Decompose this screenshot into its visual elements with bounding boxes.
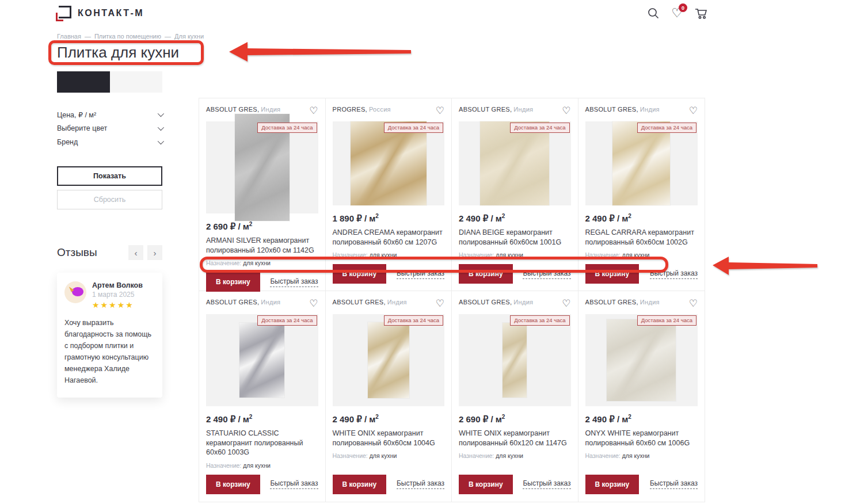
quick-order-link[interactable]: Быстрый заказ bbox=[650, 269, 698, 279]
product-card: ABSOLUT GRES,Индия ♡ Доставка за 24 часа… bbox=[452, 98, 578, 291]
reset-button[interactable]: Сбросить bbox=[57, 190, 162, 209]
product-brand: ABSOLUT GRES,Индия bbox=[459, 299, 533, 306]
product-image-link[interactable]: Доставка за 24 часа bbox=[459, 314, 571, 406]
product-name[interactable]: ANDREA CREAMA керамогранит полированный … bbox=[333, 228, 445, 247]
favorite-heart-icon[interactable]: ♡ bbox=[436, 299, 444, 308]
quick-order-link[interactable]: Быстрый заказ bbox=[523, 479, 570, 489]
product-image-link[interactable]: Доставка за 24 часа bbox=[206, 314, 318, 406]
product-purpose: Назначение: для кухни bbox=[206, 259, 318, 266]
review-date: 1 марта 2025 bbox=[92, 291, 143, 299]
add-to-cart-button[interactable]: В корзину bbox=[333, 475, 387, 494]
tile-image bbox=[239, 323, 284, 398]
product-image-link[interactable]: Доставка за 24 часа bbox=[333, 121, 445, 205]
reviews-next-button[interactable]: › bbox=[147, 245, 162, 260]
product-card: ABSOLUT GRES,Индия ♡ Доставка за 24 часа… bbox=[578, 98, 705, 291]
product-name[interactable]: REGAL CARRARA керамогранит полированный … bbox=[585, 228, 698, 247]
product-purpose: Назначение: для кухни bbox=[585, 251, 698, 258]
product-purpose: Назначение: для кухни bbox=[333, 251, 445, 258]
logo[interactable]: КОНТАКТ-М bbox=[56, 6, 144, 21]
tile-image bbox=[368, 322, 409, 398]
product-image-link[interactable]: Доставка за 24 часа bbox=[459, 121, 571, 205]
product-price: 2 690 ₽ / м2 bbox=[459, 414, 571, 425]
product-card: ABSOLUT GRES,Индия ♡ Доставка за 24 часа… bbox=[452, 291, 578, 502]
delivery-badge: Доставка за 24 часа bbox=[384, 123, 443, 133]
product-card: PROGRES,Россия ♡ Доставка за 24 часа 1 8… bbox=[326, 98, 452, 291]
product-purpose: Назначение: для кухни bbox=[459, 251, 571, 258]
product-image-link[interactable]: Доставка за 24 часа bbox=[585, 314, 698, 406]
quick-order-link[interactable]: Быстрый заказ bbox=[650, 479, 698, 489]
review-author: Артем Волков bbox=[92, 281, 143, 289]
favorite-heart-icon[interactable]: ♡ bbox=[309, 106, 318, 116]
chevron-down-icon bbox=[158, 124, 164, 131]
product-brand: ABSOLUT GRES,Индия bbox=[585, 106, 660, 113]
add-to-cart-button[interactable]: В корзину bbox=[333, 264, 387, 284]
tile-image bbox=[503, 323, 527, 398]
product-purpose: Назначение: для кухни bbox=[206, 462, 318, 469]
quick-order-link[interactable]: Быстрый заказ bbox=[397, 479, 444, 489]
product-name[interactable]: ARMANI SILVER керамогранит полированный … bbox=[206, 236, 318, 255]
annotation-arrow-right bbox=[711, 254, 817, 277]
filter-row[interactable]: Бренд bbox=[57, 135, 162, 149]
breadcrumb-separator: — bbox=[85, 33, 91, 40]
sidebar-tab[interactable] bbox=[110, 71, 163, 93]
rating-stars: ★★★★★ bbox=[92, 300, 143, 310]
favorites-icon[interactable]: ♡ 0 bbox=[671, 7, 683, 20]
product-image-link[interactable]: Доставка за 24 часа bbox=[206, 121, 318, 213]
breadcrumb-item[interactable]: Главная — bbox=[57, 33, 91, 40]
favorite-heart-icon[interactable]: ♡ bbox=[436, 106, 444, 116]
product-image-link[interactable]: Доставка за 24 часа bbox=[333, 314, 445, 406]
favorite-heart-icon[interactable]: ♡ bbox=[309, 299, 318, 308]
product-name[interactable]: WHITE ONIX керамогранит полированный 60x… bbox=[459, 429, 571, 448]
search-icon[interactable] bbox=[647, 7, 660, 20]
breadcrumb-item[interactable]: Для кухни — bbox=[174, 33, 204, 40]
page-title: Плитка для кухни bbox=[57, 44, 179, 62]
annotation-arrow-left bbox=[228, 41, 411, 63]
product-name[interactable]: WHITE ONIX керамогранит полированный 60x… bbox=[333, 429, 445, 448]
product-price: 2 690 ₽ / м2 bbox=[206, 221, 318, 232]
favorite-heart-icon[interactable]: ♡ bbox=[562, 106, 570, 116]
product-price: 2 490 ₽ / м2 bbox=[585, 414, 698, 425]
tile-image bbox=[480, 121, 549, 205]
review-text: Хочу выразить благодарность за помощь с … bbox=[64, 317, 155, 386]
product-price: 1 890 ₽ / м2 bbox=[333, 213, 445, 224]
product-brand: PROGRES,Россия bbox=[333, 106, 391, 113]
logo-icon bbox=[56, 6, 71, 21]
sidebar: Цена, ₽ / м² Выберите цвет Бренд Показат… bbox=[57, 71, 162, 398]
product-card: ABSOLUT GRES,Индия ♡ Доставка за 24 часа… bbox=[578, 291, 705, 502]
sidebar-tab[interactable] bbox=[57, 71, 110, 93]
add-to-cart-button[interactable]: В корзину bbox=[206, 272, 260, 292]
product-purpose: Назначение: для кухни bbox=[585, 452, 698, 459]
product-grid: ABSOLUT GRES,Индия ♡ Доставка за 24 часа… bbox=[199, 98, 705, 502]
product-brand: ABSOLUT GRES,Индия bbox=[333, 299, 407, 306]
delivery-badge: Доставка за 24 часа bbox=[257, 123, 317, 133]
breadcrumb: Главная — Плитка по помещению — Для кухн… bbox=[57, 33, 204, 40]
product-image-link[interactable]: Доставка за 24 часа bbox=[585, 121, 698, 205]
review-card: Артем Волков 1 марта 2025 ★★★★★ Хочу выр… bbox=[57, 273, 162, 398]
sort-options bbox=[199, 77, 705, 80]
quick-order-link[interactable]: Быстрый заказ bbox=[270, 277, 318, 287]
add-to-cart-button[interactable]: В корзину bbox=[459, 264, 513, 284]
quick-order-link[interactable]: Быстрый заказ bbox=[270, 479, 318, 489]
filter-row[interactable]: Выберите цвет bbox=[57, 121, 162, 135]
breadcrumb-item[interactable]: Плитка по помещению — bbox=[94, 33, 171, 40]
product-price: 2 490 ₽ / м2 bbox=[585, 213, 698, 224]
delivery-badge: Доставка за 24 часа bbox=[510, 315, 569, 326]
product-name[interactable]: DIANA BEIGE керамогранит полированный 60… bbox=[459, 228, 571, 247]
add-to-cart-button[interactable]: В корзину bbox=[459, 475, 513, 494]
favorite-heart-icon[interactable]: ♡ bbox=[689, 106, 698, 116]
show-button[interactable]: Показать bbox=[57, 166, 162, 186]
quick-order-link[interactable]: Быстрый заказ bbox=[523, 269, 570, 279]
quick-order-link[interactable]: Быстрый заказ bbox=[397, 269, 444, 279]
product-name[interactable]: STATUARIO CLASSIC керамогранит полирован… bbox=[206, 429, 318, 457]
filter-row[interactable]: Цена, ₽ / м² bbox=[57, 108, 162, 121]
product-name[interactable]: ONYX WHITE керамогранит полированный 60x… bbox=[585, 429, 698, 448]
cart-icon[interactable] bbox=[694, 7, 708, 20]
product-price: 2 490 ₽ / м2 bbox=[459, 213, 571, 224]
add-to-cart-button[interactable]: В корзину bbox=[585, 475, 640, 494]
favorite-heart-icon[interactable]: ♡ bbox=[689, 299, 698, 308]
favorite-heart-icon[interactable]: ♡ bbox=[562, 299, 570, 308]
add-to-cart-button[interactable]: В корзину bbox=[206, 475, 260, 494]
product-card: ABSOLUT GRES,Индия ♡ Доставка за 24 часа… bbox=[199, 98, 326, 291]
reviews-prev-button[interactable]: ‹ bbox=[128, 245, 143, 260]
add-to-cart-button[interactable]: В корзину bbox=[585, 264, 640, 284]
